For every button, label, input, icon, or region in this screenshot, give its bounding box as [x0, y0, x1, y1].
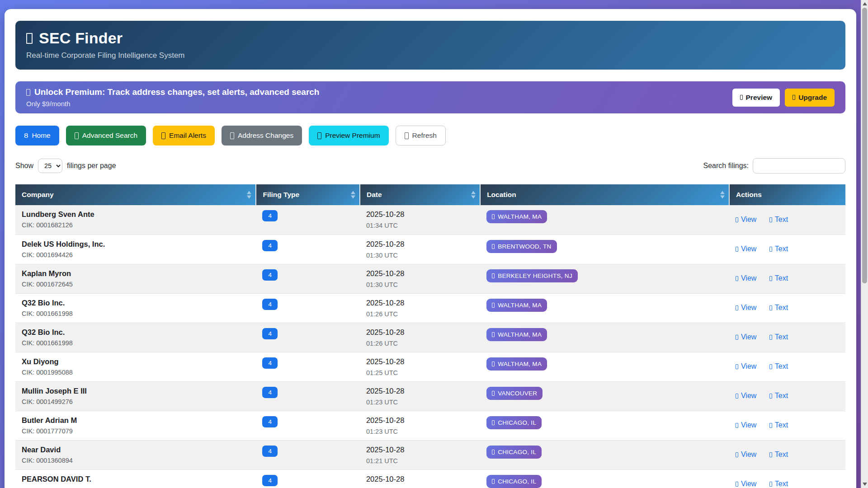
- text-link[interactable]: Text: [769, 480, 788, 488]
- column-header-filing-type[interactable]: Filing Type: [256, 184, 360, 205]
- date-cell: 2025-10-28 01:25 UTC: [360, 352, 480, 381]
- view-link-label: View: [741, 362, 756, 371]
- location-cell: WALTHAM, MA: [480, 293, 729, 323]
- location-cell: BRENTWOOD, TN: [480, 235, 729, 264]
- company-name: Kaplan Myron: [22, 269, 250, 278]
- column-header-location[interactable]: Location: [480, 184, 729, 205]
- company-cell: Butler Adrian M CIK: 0001777079: [15, 411, 256, 440]
- company-cik: CIK: 0001661998: [22, 339, 250, 347]
- text-link-label: Text: [775, 304, 788, 312]
- date-cell: 2025-10-28 01:34 UTC: [360, 205, 480, 235]
- nav-button-home[interactable]: Ȣ Home: [15, 126, 59, 145]
- scrollbar-up-arrow[interactable]: [863, 2, 867, 5]
- document-view-icon: [736, 217, 738, 222]
- filing-type-badge: 4: [262, 357, 278, 369]
- text-link[interactable]: Text: [769, 245, 788, 253]
- company-cell: Q32 Bio Inc. CIK: 0001661998: [15, 323, 256, 352]
- actions-cell: View Text: [729, 235, 845, 264]
- map-pin-icon: [492, 361, 495, 366]
- location-badge-label: WALTHAM, MA: [498, 361, 542, 367]
- app-logo-icon: [26, 33, 33, 44]
- view-link[interactable]: View: [736, 392, 756, 400]
- text-file-icon: [769, 276, 772, 281]
- view-link[interactable]: View: [736, 480, 756, 488]
- nav-button-label: Preview Premium: [325, 131, 380, 140]
- company-name: Mullin Joseph E III: [22, 387, 250, 395]
- text-link[interactable]: Text: [769, 362, 788, 371]
- table-row: Near David CIK: 0001360894 4 2025-10-28 …: [15, 440, 845, 469]
- date-cell: 2025-10-28 01:30 UTC: [360, 235, 480, 264]
- table-row: Kaplan Myron CIK: 0001672645 4 2025-10-2…: [15, 264, 845, 293]
- table-row: Delek US Holdings, Inc. CIK: 0001694426 …: [15, 235, 845, 264]
- lock-icon: [26, 89, 30, 96]
- filing-type-cell: 4: [256, 235, 360, 264]
- document-view-icon: [736, 423, 738, 428]
- actions-cell: View Text: [729, 264, 845, 293]
- filing-date: 2025-10-28: [366, 210, 474, 219]
- text-link[interactable]: Text: [769, 216, 788, 224]
- nav-button-refresh[interactable]: Refresh: [396, 126, 446, 145]
- view-link[interactable]: View: [736, 421, 756, 429]
- document-view-icon: [736, 482, 738, 487]
- text-link[interactable]: Text: [769, 333, 788, 341]
- preview-button[interactable]: Preview: [732, 89, 780, 107]
- text-link-label: Text: [775, 450, 788, 459]
- company-cell: Mullin Joseph E III CIK: 0001499276: [15, 381, 256, 411]
- scrollbar[interactable]: [861, 0, 868, 488]
- text-link-label: Text: [775, 333, 788, 341]
- view-link[interactable]: View: [736, 333, 756, 341]
- upgrade-button[interactable]: Upgrade: [785, 89, 835, 107]
- text-link[interactable]: Text: [769, 274, 788, 282]
- table-row: Q32 Bio Inc. CIK: 0001661998 4 2025-10-2…: [15, 293, 845, 323]
- view-link[interactable]: View: [736, 304, 756, 312]
- eye-icon: [740, 95, 743, 100]
- company-name: Q32 Bio Inc.: [22, 328, 250, 337]
- view-link[interactable]: View: [736, 274, 756, 282]
- company-cik: CIK: 0001694426: [22, 251, 250, 258]
- nav-button-address-changes[interactable]: Address Changes: [222, 126, 302, 145]
- view-link[interactable]: View: [736, 450, 756, 459]
- column-header-date[interactable]: Date: [360, 184, 480, 205]
- search-input[interactable]: [753, 158, 845, 174]
- email-icon: [161, 132, 165, 139]
- nav-button-email-alerts[interactable]: Email Alerts: [153, 126, 215, 145]
- location-cell: WALTHAM, MA: [480, 352, 729, 381]
- filing-type-badge: 4: [262, 269, 278, 281]
- filing-type-cell: 4: [256, 469, 360, 488]
- company-name: Lundberg Sven Ante: [22, 210, 250, 219]
- view-link[interactable]: View: [736, 245, 756, 253]
- table-row: Xu Diyong CIK: 0001995088 4 2025-10-28 0…: [15, 352, 845, 381]
- text-link[interactable]: Text: [769, 392, 788, 400]
- company-cik: CIK: 0001499276: [22, 398, 250, 405]
- text-link[interactable]: Text: [769, 421, 788, 429]
- actions-cell: View Text: [729, 440, 845, 469]
- text-link-label: Text: [775, 480, 788, 488]
- document-view-icon: [736, 305, 738, 310]
- search-icon: [75, 132, 79, 139]
- date-cell: 2025-10-28: [360, 469, 480, 488]
- app-subtitle: Real-time Corporate Filing Intelligence …: [26, 51, 835, 60]
- location-badge: BERKELEY HEIGHTS, NJ: [486, 269, 578, 282]
- view-link-label: View: [741, 480, 756, 488]
- text-link[interactable]: Text: [769, 450, 788, 459]
- text-link[interactable]: Text: [769, 304, 788, 312]
- column-header-company[interactable]: Company: [15, 184, 256, 205]
- scrollbar-down-arrow[interactable]: [863, 483, 867, 486]
- actions-cell: View Text: [729, 411, 845, 440]
- nav-button-advanced-search[interactable]: Advanced Search: [66, 126, 146, 145]
- filing-time: 01:30 UTC: [366, 281, 474, 288]
- nav-button-label: Home: [32, 131, 50, 140]
- premium-banner-actions: Preview Upgrade: [732, 89, 835, 107]
- text-file-icon: [769, 364, 772, 369]
- nav-button-preview-premium[interactable]: Preview Premium: [309, 126, 388, 145]
- location-badge-label: BERKELEY HEIGHTS, NJ: [498, 272, 572, 279]
- location-badge: CHICAGO, IL: [486, 446, 542, 459]
- filing-time: 01:21 UTC: [366, 457, 474, 465]
- view-link[interactable]: View: [736, 362, 756, 371]
- per-page-select[interactable]: 25: [38, 159, 62, 173]
- document-view-icon: [736, 247, 738, 252]
- company-name: Q32 Bio Inc.: [22, 299, 250, 307]
- scrollbar-thumb[interactable]: [862, 8, 867, 283]
- view-link[interactable]: View: [736, 216, 756, 224]
- location-badge-label: WALTHAM, MA: [498, 213, 542, 220]
